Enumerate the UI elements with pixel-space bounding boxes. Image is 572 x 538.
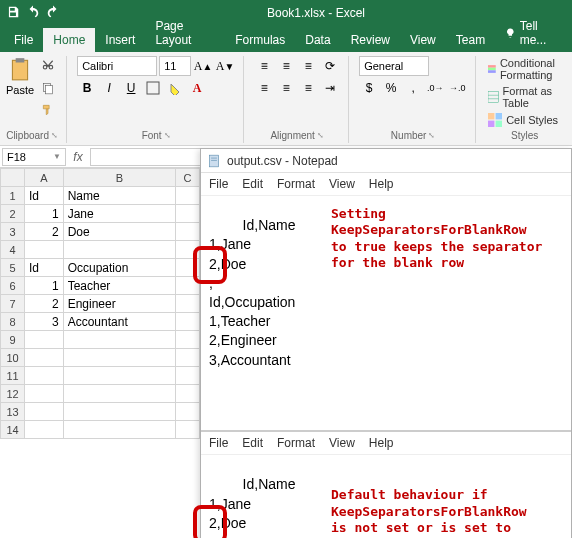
cell[interactable]: 3 xyxy=(25,313,64,331)
border-icon[interactable] xyxy=(143,78,163,98)
cell[interactable] xyxy=(63,403,175,421)
col-header-b[interactable]: B xyxy=(63,169,175,187)
row-header[interactable]: 12 xyxy=(1,385,25,403)
menu-format[interactable]: Format xyxy=(277,177,315,191)
cell[interactable]: Occupation xyxy=(63,259,175,277)
cut-icon[interactable] xyxy=(38,56,58,76)
row-header[interactable]: 10 xyxy=(1,349,25,367)
percent-icon[interactable]: % xyxy=(381,78,401,98)
cell[interactable] xyxy=(63,241,175,259)
row-header[interactable]: 7 xyxy=(1,295,25,313)
cell[interactable] xyxy=(63,349,175,367)
cell[interactable] xyxy=(63,385,175,403)
row-header[interactable]: 1 xyxy=(1,187,25,205)
row-header[interactable]: 11 xyxy=(1,367,25,385)
row-header[interactable]: 14 xyxy=(1,421,25,439)
cell[interactable] xyxy=(176,421,200,439)
worksheet-grid[interactable]: A B C 1IdName 21Jane 32Doe 4 5IdOccupati… xyxy=(0,168,200,439)
row-header[interactable]: 4 xyxy=(1,241,25,259)
tab-file[interactable]: File xyxy=(4,28,43,52)
menu-view[interactable]: View xyxy=(329,177,355,191)
row-header[interactable]: 9 xyxy=(1,331,25,349)
menu-format[interactable]: Format xyxy=(277,436,315,450)
row-header[interactable]: 2 xyxy=(1,205,25,223)
orientation-icon[interactable]: ⟳ xyxy=(320,56,340,76)
tab-page-layout[interactable]: Page Layout xyxy=(145,14,225,52)
cell[interactable] xyxy=(176,331,200,349)
cell[interactable] xyxy=(176,295,200,313)
align-right-icon[interactable]: ≡ xyxy=(298,78,318,98)
align-top-icon[interactable]: ≡ xyxy=(254,56,274,76)
tab-insert[interactable]: Insert xyxy=(95,28,145,52)
tab-team[interactable]: Team xyxy=(446,28,495,52)
cell[interactable] xyxy=(25,421,64,439)
conditional-formatting-button[interactable]: Conditional Formatting xyxy=(486,56,563,82)
cell[interactable]: 2 xyxy=(25,223,64,241)
copy-icon[interactable] xyxy=(38,78,58,98)
tab-tellme[interactable]: Tell me... xyxy=(495,14,572,52)
cell[interactable]: Engineer xyxy=(63,295,175,313)
paste-button[interactable]: Paste xyxy=(6,56,34,128)
menu-edit[interactable]: Edit xyxy=(242,436,263,450)
align-left-icon[interactable]: ≡ xyxy=(254,78,274,98)
col-header-c[interactable]: C xyxy=(176,169,200,187)
italic-button[interactable]: I xyxy=(99,78,119,98)
cell[interactable] xyxy=(25,403,64,421)
row-header[interactable]: 6 xyxy=(1,277,25,295)
cell[interactable] xyxy=(63,421,175,439)
cell[interactable]: Name xyxy=(63,187,175,205)
bold-button[interactable]: B xyxy=(77,78,97,98)
font-name[interactable] xyxy=(77,56,157,76)
save-icon[interactable] xyxy=(6,5,20,22)
select-all-corner[interactable] xyxy=(1,169,25,187)
cell[interactable] xyxy=(25,367,64,385)
cell[interactable] xyxy=(176,349,200,367)
name-box[interactable]: F18▼ xyxy=(2,148,66,166)
underline-button[interactable]: U xyxy=(121,78,141,98)
row-header[interactable]: 13 xyxy=(1,403,25,421)
cell[interactable]: Id xyxy=(25,187,64,205)
align-center-icon[interactable]: ≡ xyxy=(276,78,296,98)
menu-help[interactable]: Help xyxy=(369,436,394,450)
notepad-body-1[interactable]: Id,Name 1,Jane 2,Doe , Id,Occupation 1,T… xyxy=(201,196,571,426)
redo-icon[interactable] xyxy=(46,5,60,22)
cell-styles-button[interactable]: Cell Styles xyxy=(486,112,563,128)
row-header[interactable]: 5 xyxy=(1,259,25,277)
tab-home[interactable]: Home xyxy=(43,28,95,52)
cell[interactable] xyxy=(25,241,64,259)
tab-review[interactable]: Review xyxy=(341,28,400,52)
notepad-body-2[interactable]: Id,Name 1,Jane 2,Doe Id,Occupation 1,Tea… xyxy=(201,455,571,538)
cell[interactable] xyxy=(176,367,200,385)
cell[interactable] xyxy=(176,223,200,241)
undo-icon[interactable] xyxy=(26,5,40,22)
menu-file[interactable]: File xyxy=(209,177,228,191)
comma-icon[interactable]: , xyxy=(403,78,423,98)
cell[interactable] xyxy=(25,349,64,367)
cell[interactable]: Doe xyxy=(63,223,175,241)
cell[interactable] xyxy=(25,331,64,349)
col-header-a[interactable]: A xyxy=(25,169,64,187)
align-middle-icon[interactable]: ≡ xyxy=(276,56,296,76)
menu-help[interactable]: Help xyxy=(369,177,394,191)
tab-formulas[interactable]: Formulas xyxy=(225,28,295,52)
menu-view[interactable]: View xyxy=(329,436,355,450)
cell[interactable] xyxy=(25,385,64,403)
tab-data[interactable]: Data xyxy=(295,28,340,52)
font-color-icon[interactable]: A xyxy=(187,78,207,98)
cell[interactable]: Id xyxy=(25,259,64,277)
fx-icon[interactable]: fx xyxy=(68,147,88,167)
menu-edit[interactable]: Edit xyxy=(242,177,263,191)
cell[interactable] xyxy=(63,331,175,349)
cell[interactable]: Accountant xyxy=(63,313,175,331)
row-header[interactable]: 8 xyxy=(1,313,25,331)
format-as-table-button[interactable]: Format as Table xyxy=(486,84,563,110)
decrease-decimal-icon[interactable]: →.0 xyxy=(447,78,467,98)
cell[interactable] xyxy=(63,367,175,385)
row-header[interactable]: 3 xyxy=(1,223,25,241)
format-painter-icon[interactable] xyxy=(38,100,58,120)
cell[interactable] xyxy=(176,187,200,205)
menu-file[interactable]: File xyxy=(209,436,228,450)
currency-icon[interactable]: $ xyxy=(359,78,379,98)
decrease-font-icon[interactable]: A▼ xyxy=(215,56,235,76)
number-format[interactable] xyxy=(359,56,429,76)
